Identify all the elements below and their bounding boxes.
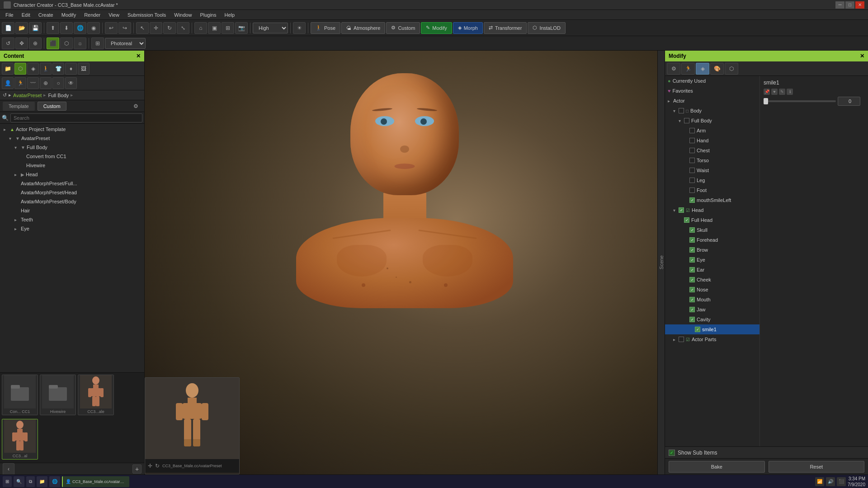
info-icon[interactable]: ℹ <box>787 89 793 95</box>
tree-actor-project[interactable]: ▸ ▲ Actor Project Template <box>0 125 144 134</box>
light-button[interactable]: ☼ <box>74 38 86 49</box>
search-input[interactable] <box>10 113 142 122</box>
motion-tab[interactable]: 🏃 <box>681 63 695 75</box>
instalod-button[interactable]: ⬡ InstaLOD <box>528 22 565 34</box>
zoom-button[interactable]: ⊕ <box>29 38 42 49</box>
menu-modify[interactable]: Modify <box>58 11 80 19</box>
undo-button[interactable]: ↩ <box>105 22 118 34</box>
tree-hivewire[interactable]: Hivewire <box>0 161 144 170</box>
view-mode-button[interactable]: ⬛ <box>47 38 59 49</box>
full-head-checkbox[interactable] <box>684 217 689 223</box>
camera-button[interactable]: 📷 <box>235 22 248 34</box>
tree-avatarpreset[interactable]: ▾ ▼ AvatarPreset <box>0 134 144 143</box>
settings-icon[interactable]: ⚙ <box>130 100 142 112</box>
actor-parts-item[interactable]: ▸ ☑ Actor Parts <box>665 334 760 344</box>
clock[interactable]: 3:34 PM 7/9/2020 <box>848 476 865 488</box>
thumb-figure1[interactable]: CC3...ale <box>78 375 114 415</box>
bc-root[interactable]: AvatarPreset <box>13 93 42 98</box>
head-tree-item[interactable]: ▾ ☑ Head <box>665 205 760 215</box>
scroll-left-icon[interactable]: ‹ <box>3 463 14 475</box>
menu-edit[interactable]: Edit <box>18 11 34 19</box>
nose-checkbox[interactable] <box>689 287 695 292</box>
foot-item[interactable]: Foot <box>665 185 760 195</box>
jaw-item[interactable]: Jaw <box>665 305 760 314</box>
cheek-item[interactable]: Cheek <box>665 275 760 285</box>
morph-button[interactable]: ◈ Morph <box>453 22 483 34</box>
texture-icon[interactable]: ◈ <box>27 63 39 75</box>
eye-checkbox[interactable] <box>689 257 695 263</box>
body-checkbox[interactable] <box>679 108 684 113</box>
tree-hair[interactable]: Hair <box>0 206 144 215</box>
custom-tab[interactable]: Custom <box>38 102 66 111</box>
body-item[interactable]: ▾ □ Body <box>665 106 760 116</box>
ear-item[interactable]: Ear <box>665 265 760 275</box>
content-close-icon[interactable]: ✕ <box>136 53 141 59</box>
new-button[interactable]: 📄 <box>2 22 14 34</box>
pose-icon[interactable]: 🏃 <box>14 77 26 89</box>
accessory-icon[interactable]: ♦ <box>65 63 77 75</box>
mouthsmileleft-item[interactable]: mouthSmileLeft <box>665 195 760 205</box>
scene-icon[interactable]: 🖼 <box>78 63 90 75</box>
explorer-button[interactable]: 📁 <box>37 476 47 487</box>
modify-close-icon[interactable]: ✕ <box>860 53 864 59</box>
leg-item[interactable]: Leg <box>665 175 760 185</box>
tree-head[interactable]: ▸ ▶ Head <box>0 170 144 179</box>
forward-arrow[interactable]: ▸ <box>9 92 11 98</box>
menu-file[interactable]: File <box>2 11 17 19</box>
wireframe-button[interactable]: ⬡ <box>60 38 73 49</box>
morph-value-input[interactable] <box>838 97 860 106</box>
chest-checkbox[interactable] <box>689 148 695 153</box>
thumb-convertcc1[interactable]: Con... CC1 <box>2 375 38 415</box>
minimize-button[interactable]: ─ <box>835 1 844 9</box>
body-icon[interactable]: 🚶 <box>40 63 52 75</box>
renderer-dropdown[interactable]: Photoreal Cartoon <box>105 38 146 49</box>
menu-create[interactable]: Create <box>35 11 57 19</box>
morph-slider[interactable] <box>764 100 836 102</box>
mouth-checkbox[interactable] <box>689 297 695 302</box>
menu-plugins[interactable]: Plugins <box>196 11 220 19</box>
menu-help[interactable]: Help <box>221 11 238 19</box>
menu-render[interactable]: Render <box>80 11 104 19</box>
leg-checkbox[interactable] <box>689 178 695 183</box>
rotate-button[interactable]: ↻ <box>163 22 176 34</box>
save-button[interactable]: 💾 <box>29 22 42 34</box>
folder-icon[interactable]: 📁 <box>2 63 14 75</box>
chrome-button[interactable]: 🌐 <box>49 476 60 487</box>
close-button[interactable]: ✕ <box>855 1 864 9</box>
eye-tree-item[interactable]: Eye <box>665 255 760 265</box>
skull-item[interactable]: Skull <box>665 225 760 235</box>
thumb-hivewire[interactable]: Hivewire <box>40 375 76 415</box>
tree-teeth[interactable]: ▸ Teeth <box>0 215 144 224</box>
smile1-checkbox[interactable] <box>695 327 700 332</box>
cheek-checkbox[interactable] <box>689 277 695 282</box>
pan-button[interactable]: ✥ <box>15 38 28 49</box>
scene-panel[interactable]: Scene <box>657 51 665 474</box>
full-head-item[interactable]: Full Head <box>665 215 760 225</box>
thumb-figure2[interactable]: CC3...al <box>2 419 38 460</box>
menu-window[interactable]: Window <box>170 11 195 19</box>
menu-submission-tools[interactable]: Submission Tools <box>124 11 170 19</box>
menu-view[interactable]: View <box>105 11 123 19</box>
forehead-checkbox[interactable] <box>689 237 695 243</box>
reset-button[interactable]: Reset <box>769 461 865 473</box>
nose-item[interactable]: Nose <box>665 285 760 295</box>
open-button[interactable]: 📂 <box>15 22 28 34</box>
chest-item[interactable]: Chest <box>665 145 760 155</box>
material-tab[interactable]: 🎨 <box>710 63 724 75</box>
actor-parts-checkbox[interactable] <box>679 337 684 342</box>
currently-used-item[interactable]: ● Currently Used <box>665 76 760 86</box>
prop-icon[interactable]: ○ <box>52 77 64 89</box>
tree-avatarmorph-body[interactable]: AvatarMorphPreset/Body <box>0 197 144 206</box>
clothing-icon[interactable]: 👕 <box>52 63 64 75</box>
import-button[interactable]: ⬆ <box>47 22 59 34</box>
eye-icon[interactable]: 👁 <box>65 77 77 89</box>
tree-avatarmorph-head[interactable]: AvatarMorphPreset/Head <box>0 188 144 197</box>
waist-checkbox[interactable] <box>689 168 695 173</box>
maximize-button[interactable]: □ <box>845 1 854 9</box>
select-button[interactable]: ↖ <box>136 22 149 34</box>
tree-convert-cc1[interactable]: Convert from CC1 <box>0 152 144 161</box>
heart-icon[interactable]: ♥ <box>771 89 778 95</box>
jaw-checkbox[interactable] <box>689 307 695 312</box>
hair-icon[interactable]: 〰 <box>27 77 39 89</box>
atmosphere-button[interactable]: 🌤 Atmosphere <box>341 22 385 34</box>
